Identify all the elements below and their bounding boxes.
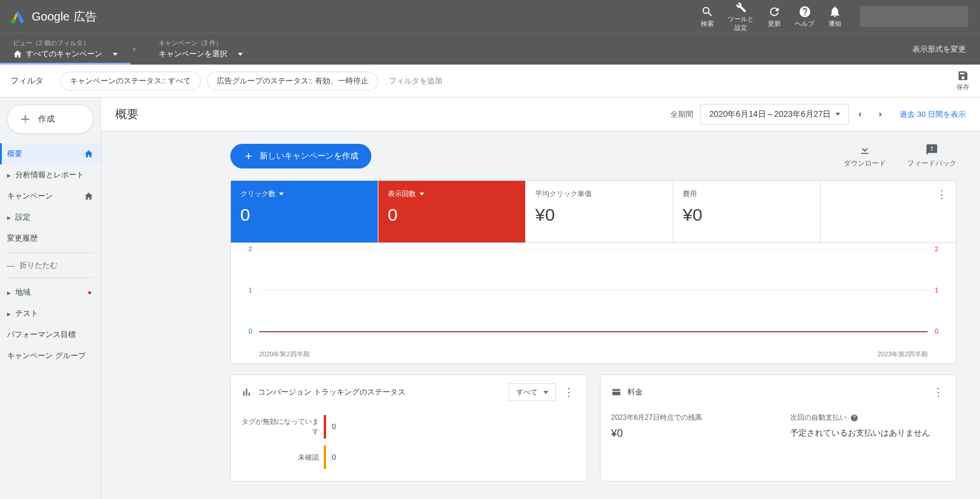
- metric-cost[interactable]: 費用 ¥0: [673, 181, 821, 242]
- help-button[interactable]: ヘルプ: [795, 5, 814, 28]
- download-button[interactable]: ダウンロード: [844, 143, 886, 168]
- filter-chip-campaign-status[interactable]: キャンペーンのステータス:: すべて: [60, 72, 201, 90]
- caret-right-icon: ▸: [7, 171, 13, 180]
- campaign-scope[interactable]: キャンペーン（2 件） キャンペーンを選択: [146, 33, 256, 65]
- action-row: 新しいキャンペーンを作成 ダウンロード フィードバック: [230, 143, 956, 168]
- billing-next-payment: 次回の自動支払い 予定されているお支払いはありません: [790, 413, 946, 440]
- x-label-end: 2023年第2四半期: [877, 350, 928, 359]
- top-icon-bar: 検索 ツールと 設定 更新 ヘルプ 通知: [701, 1, 980, 32]
- conversion-tracking-card: コンバージョン トラッキングのステータス すべて ⋮ タグが無効になっています …: [230, 375, 587, 481]
- caret-down-icon: [835, 113, 840, 116]
- nav-settings[interactable]: ▸ 設定: [0, 207, 100, 228]
- nav-insights[interactable]: ▸ 分析情報とレポート: [0, 164, 100, 186]
- refresh-button[interactable]: 更新: [768, 5, 781, 28]
- home-icon: [13, 49, 22, 59]
- left-sidebar: 作成 概要 ▸ 分析情報とレポート キャンペーン ▸ 設定 変更履歴 — 折りた…: [0, 97, 101, 499]
- metrics-kebab[interactable]: ⋮: [935, 188, 949, 201]
- metric-clicks[interactable]: クリック数 0: [231, 181, 378, 242]
- svg-rect-3: [26, 119, 29, 120]
- billing-balance: 2023年6月27日時点での残高 ¥0: [611, 413, 767, 440]
- search-button[interactable]: 検索: [701, 5, 714, 28]
- save-button[interactable]: 保存: [956, 70, 969, 92]
- help-icon: [798, 5, 811, 18]
- billing-card: 料金 ⋮ 2023年6月27日時点での残高 ¥0 次回の自動支払い: [600, 375, 956, 481]
- home-icon: [84, 149, 93, 159]
- conv-row-disabled-tag: タグが無効になっています 0: [241, 412, 576, 442]
- metrics-card: クリック数 0 表示回数 0 平均クリック単価 ¥0 費用 ¥0: [230, 180, 956, 364]
- nav-experiments[interactable]: ▸ テスト: [0, 303, 100, 324]
- create-button[interactable]: 作成: [7, 104, 93, 134]
- bell-icon: [828, 5, 841, 18]
- page-title: 概要: [115, 106, 139, 122]
- collapse-icon: —: [7, 261, 15, 270]
- nav-campaigns[interactable]: キャンペーン: [0, 186, 100, 207]
- scope-bar: ビュー（2 個のフィルタ） すべてのキャンペーン キャンペーン（2 件） キャン…: [0, 33, 980, 65]
- billing-icon: [611, 387, 622, 397]
- change-display-format[interactable]: 表示形式を変更: [912, 33, 980, 65]
- caret-right-icon: ▸: [7, 213, 13, 222]
- nav-change-history[interactable]: 変更履歴: [0, 228, 100, 249]
- nav-performance-targets[interactable]: パフォーマンス目標: [0, 324, 100, 345]
- metric-impressions[interactable]: 表示回数 0: [378, 181, 526, 242]
- filter-chip-adgroup-status[interactable]: 広告グループのステータス:: 有効、一時停止: [207, 72, 378, 90]
- alert-dot-icon: [88, 291, 91, 294]
- caret-down-icon: [419, 193, 424, 195]
- breadcrumb-separator: [130, 33, 146, 65]
- help-icon[interactable]: [850, 414, 858, 422]
- nav-locations[interactable]: ▸ 地域: [0, 282, 100, 303]
- line-impressions: [259, 332, 928, 332]
- x-label-start: 2020年第2四半期: [259, 350, 310, 359]
- caret-down-icon: [543, 391, 548, 394]
- svg-point-0: [11, 19, 15, 23]
- plus-icon: [19, 113, 31, 125]
- caret-down-icon: [113, 53, 118, 56]
- add-filter[interactable]: フィルタを追加: [389, 76, 442, 86]
- filter-label: フィルタ: [11, 76, 43, 86]
- metrics-chart: 2 2 1 1 0 0 2020年第2四半期 2023年第2四半期: [231, 243, 956, 363]
- date-prev-button[interactable]: [849, 104, 870, 125]
- new-campaign-button[interactable]: 新しいキャンペーンを作成: [230, 144, 371, 168]
- caret-right-icon: ▸: [7, 288, 13, 297]
- chevron-right-icon: [875, 109, 886, 120]
- main-panel: 概要 全期間 2020年6月14日～2023年6月27日 過去 30 日間を表示…: [101, 97, 980, 499]
- filter-bar: フィルタ キャンペーンのステータス:: すべて 広告グループのステータス:: 有…: [0, 65, 980, 97]
- caret-down-icon: [238, 53, 243, 56]
- plus-icon: [243, 151, 254, 161]
- google-ads-logo-icon: [9, 8, 26, 25]
- svg-rect-2: [21, 119, 25, 120]
- collapse-sidebar[interactable]: — 折りたたむ: [0, 257, 100, 274]
- feedback-button[interactable]: フィードバック: [907, 143, 956, 168]
- conversion-kebab[interactable]: ⋮: [562, 386, 576, 399]
- caret-right-icon: ▸: [7, 309, 13, 318]
- product-name: Google広告: [32, 9, 97, 25]
- show-last-30-link[interactable]: 過去 30 日間を表示: [900, 109, 966, 120]
- date-range-picker[interactable]: 2020年6月14日～2023年6月27日: [700, 104, 849, 125]
- notifications-button[interactable]: 通知: [828, 5, 841, 28]
- top-header: Google広告 検索 ツールと 設定 更新 ヘルプ 通知: [0, 0, 980, 33]
- feedback-icon: [925, 143, 938, 156]
- page-header: 概要 全期間 2020年6月14日～2023年6月27日 過去 30 日間を表示: [101, 97, 980, 132]
- metrics-more: ⋮: [821, 181, 956, 242]
- bar-chart-icon: [241, 387, 252, 397]
- home-icon: [84, 191, 93, 201]
- metric-avg-cpc[interactable]: 平均クリック単価 ¥0: [526, 181, 673, 242]
- refresh-icon: [768, 5, 781, 18]
- conv-row-unverified: 未確認 0: [241, 442, 576, 473]
- save-icon: [957, 70, 969, 82]
- nav-overview[interactable]: 概要: [0, 143, 100, 164]
- product-logo[interactable]: Google広告: [0, 8, 106, 25]
- date-range-label: 全期間: [670, 109, 693, 120]
- search-icon: [701, 5, 714, 18]
- billing-kebab[interactable]: ⋮: [931, 386, 945, 399]
- date-next-button[interactable]: [870, 104, 891, 125]
- wrench-icon: [734, 1, 747, 14]
- tools-button[interactable]: ツールと 設定: [728, 1, 754, 32]
- view-scope[interactable]: ビュー（2 個のフィルタ） すべてのキャンペーン: [0, 33, 130, 65]
- account-selector[interactable]: [860, 6, 968, 27]
- svg-rect-4: [25, 120, 26, 123]
- nav-campaign-groups[interactable]: キャンペーン グループ: [0, 345, 100, 366]
- caret-down-icon: [279, 193, 284, 195]
- download-icon: [858, 143, 871, 156]
- chevron-left-icon: [854, 109, 865, 120]
- conversion-filter-select[interactable]: すべて: [509, 383, 556, 401]
